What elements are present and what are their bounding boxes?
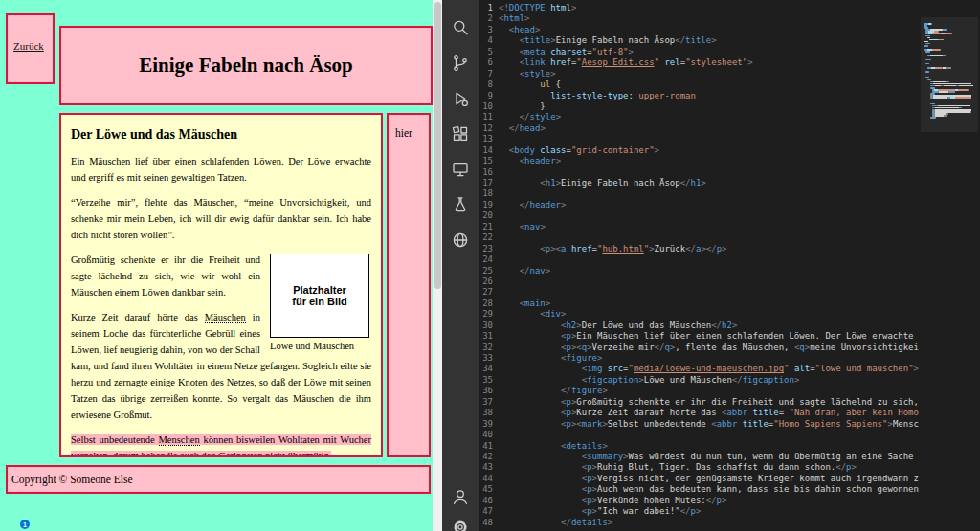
line-number[interactable]: 10 (479, 101, 493, 112)
line-number[interactable]: 32 (479, 343, 493, 353)
editor-code[interactable]: <!DOCTYPE html><html> <head> <title>Eini… (499, 3, 919, 531)
code-line[interactable]: <head> (499, 25, 919, 35)
minimap[interactable] (921, 0, 978, 531)
line-number[interactable]: 39 (479, 419, 493, 430)
line-number[interactable]: 37 (479, 397, 493, 408)
code-line[interactable]: <summary>Was würdest du nun tun, wenn du… (499, 452, 919, 462)
line-number[interactable]: 1 (479, 3, 493, 13)
line-number[interactable]: 44 (479, 474, 493, 484)
code-line[interactable]: <!DOCTYPE html> (499, 3, 919, 13)
code-line[interactable]: <h1>Einige Fabeln nach Äsop</h1> (499, 178, 919, 188)
line-number[interactable]: 40 (479, 430, 493, 440)
line-number[interactable]: 16 (479, 167, 493, 178)
line-number[interactable]: 6 (479, 57, 493, 68)
code-line[interactable]: <p><q>Verzeihe mir</q>, flehte das Mäusc… (499, 343, 919, 353)
line-number[interactable]: 2 (479, 13, 493, 24)
code-line[interactable]: </details> (499, 518, 919, 528)
line-number[interactable]: 34 (479, 364, 493, 374)
code-line[interactable]: <p>Großmütig schenkte er ihr die Freihei… (499, 397, 919, 408)
code-line[interactable]: ul { (499, 79, 919, 90)
code-line[interactable]: <main> (499, 299, 919, 309)
line-number[interactable]: 21 (479, 222, 493, 232)
code-line[interactable]: list-style-type: upper-roman (499, 91, 919, 101)
code-line[interactable]: <figcaption>Löwe und Mäuschen</figcaptio… (499, 375, 919, 386)
line-number[interactable]: 45 (479, 484, 493, 495)
line-number[interactable]: 27 (479, 287, 493, 298)
source-control-icon[interactable] (450, 53, 471, 74)
line-number[interactable]: 20 (479, 210, 493, 221)
code-line[interactable]: } (499, 101, 919, 112)
code-line[interactable]: <body class="grid-container"> (499, 145, 919, 156)
code-line[interactable]: <title>Einige Fabeln nach Äsop</title> (499, 35, 919, 46)
remote-explorer-icon[interactable] (450, 159, 471, 180)
line-number[interactable]: 36 (479, 386, 493, 396)
line-number[interactable]: 42 (479, 452, 493, 462)
line-number[interactable]: 25 (479, 266, 493, 277)
line-number[interactable]: 12 (479, 123, 493, 134)
code-line[interactable]: <p><a href="hub.html">Zurück</a></p> (499, 244, 919, 254)
code-line[interactable]: <meta charset="utf-8"> (499, 47, 919, 57)
code-line[interactable]: <p>Verkünde hohen Mutes:</p> (499, 496, 919, 506)
scrollbar-thumb[interactable] (434, 2, 441, 289)
run-debug-icon[interactable] (450, 88, 471, 109)
line-number[interactable]: 46 (479, 496, 493, 506)
preview-scrollbar[interactable] (433, 0, 442, 531)
code-line[interactable]: <p>Ein Mäuschen lief über einen schlafen… (499, 331, 919, 342)
code-line[interactable]: <link href="Aesop Edit.css" rel="stylesh… (499, 57, 919, 68)
live-preview-icon[interactable] (450, 230, 471, 251)
line-number[interactable]: 28 (479, 299, 493, 309)
code-line[interactable]: <p>Ruhig Blut, Tiger. Das schaffst du da… (499, 462, 919, 473)
code-line[interactable]: <details> (499, 441, 919, 452)
line-number[interactable]: 4 (479, 35, 493, 46)
testing-icon[interactable] (450, 194, 471, 215)
code-line[interactable]: <html> (499, 13, 919, 24)
line-number[interactable]: 31 (479, 331, 493, 342)
code-line[interactable]: <p>Kurze Zeit darauf hörte das <abbr tit… (499, 408, 919, 418)
line-number[interactable]: 5 (479, 47, 493, 57)
code-line[interactable]: <img src="media/loewe-und-maeuschen.jpg"… (499, 364, 919, 374)
line-number[interactable]: 18 (479, 188, 493, 199)
account-icon[interactable] (450, 486, 471, 507)
line-number[interactable]: 47 (479, 506, 493, 517)
code-line[interactable]: </nav> (499, 266, 919, 277)
code-line[interactable]: <div> (499, 309, 919, 320)
code-line[interactable] (499, 232, 919, 243)
code-line[interactable]: <nav> (499, 222, 919, 232)
code-line[interactable] (499, 210, 919, 221)
code-line[interactable]: <header> (499, 156, 919, 166)
code-line[interactable] (499, 287, 919, 298)
line-number[interactable]: 17 (479, 178, 493, 188)
code-line[interactable] (499, 134, 919, 144)
line-number[interactable]: 41 (479, 441, 493, 452)
line-number[interactable]: 26 (479, 277, 493, 287)
code-line[interactable]: </header> (499, 200, 919, 210)
back-link[interactable]: Zurück (13, 40, 44, 52)
line-number[interactable]: 7 (479, 69, 493, 79)
line-number[interactable]: 13 (479, 134, 493, 144)
extensions-icon[interactable] (450, 123, 471, 144)
line-number[interactable]: 43 (479, 462, 493, 473)
settings-gear-icon[interactable] (450, 517, 471, 531)
line-number[interactable]: 38 (479, 408, 493, 418)
code-line[interactable]: <p><mark>Selbst unbedeutende <abbr title… (499, 419, 919, 430)
code-line[interactable] (499, 430, 919, 440)
code-line[interactable]: <p>"Ich war dabei!"</p> (499, 506, 919, 517)
code-line[interactable] (499, 277, 919, 287)
line-number[interactable]: 22 (479, 232, 493, 243)
code-line[interactable]: <p>Vergiss nicht, der genügsamste Kriege… (499, 474, 919, 484)
line-number[interactable]: 29 (479, 309, 493, 320)
line-number[interactable]: 9 (479, 91, 493, 101)
code-line[interactable]: </style> (499, 112, 919, 122)
line-number[interactable]: 15 (479, 156, 493, 166)
line-number[interactable]: 3 (479, 25, 493, 35)
line-number[interactable]: 33 (479, 353, 493, 364)
line-number[interactable]: 23 (479, 244, 493, 254)
line-number[interactable]: 30 (479, 321, 493, 331)
code-line[interactable]: </figure> (499, 386, 919, 396)
line-number[interactable]: 11 (479, 112, 493, 122)
search-icon[interactable] (450, 17, 471, 38)
line-number[interactable]: 8 (479, 79, 493, 90)
code-line[interactable]: </head> (499, 123, 919, 134)
code-line[interactable]: <figure> (499, 353, 919, 364)
code-line[interactable]: <style> (499, 69, 919, 79)
